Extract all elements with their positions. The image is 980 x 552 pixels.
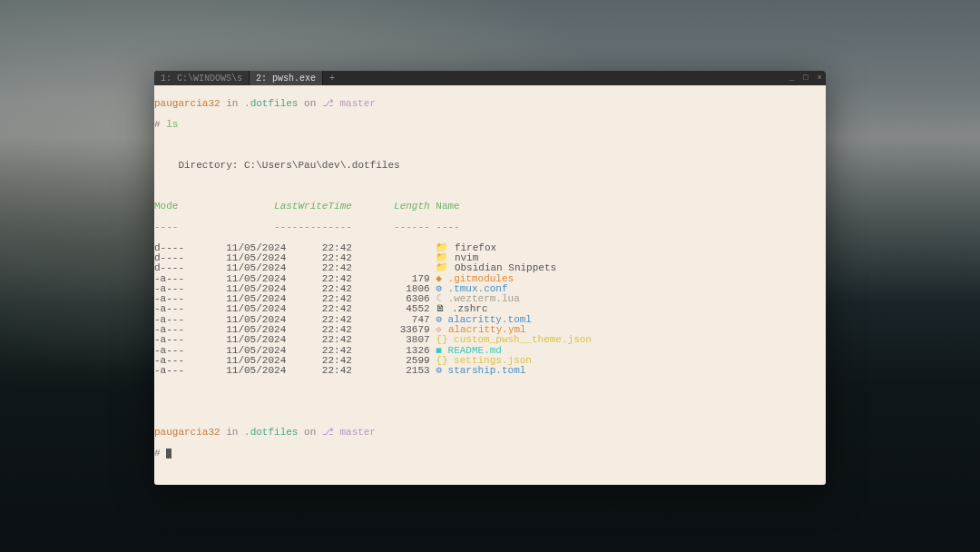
file-name: .wezterm.lua	[448, 293, 520, 304]
file-icon: {}	[436, 334, 447, 345]
prompt-hash: #	[154, 119, 166, 130]
terminal-body[interactable]: paugarcia32 in .dotfiles on ⎇ master # l…	[154, 85, 826, 485]
tab-add-button[interactable]: +	[323, 74, 341, 84]
titlebar: 1: C:\WINDOWS\s 2: pwsh.exe + _ □ ×	[154, 71, 826, 85]
file-name: .tmux.conf	[448, 283, 508, 294]
file-icon: ⚙	[436, 283, 442, 294]
prompt-user: paugarcia32	[154, 98, 220, 109]
file-icon: ⚙	[436, 314, 442, 325]
terminal-window: 1: C:\WINDOWS\s 2: pwsh.exe + _ □ × paug…	[154, 71, 826, 485]
file-name: firefox	[455, 242, 496, 253]
file-name: starship.toml	[448, 365, 526, 376]
prompt-hash-2: #	[154, 448, 166, 458]
file-name: .gitmodules	[448, 273, 514, 284]
file-name: settings.json	[454, 355, 532, 366]
file-icon: 🗎	[436, 303, 446, 314]
tab-2[interactable]: 2: pwsh.exe	[250, 71, 323, 85]
file-name: alacritty.yml	[448, 324, 526, 335]
close-button[interactable]: ×	[818, 74, 822, 83]
file-icon: ⟐	[436, 324, 442, 335]
prompt-dir-2: .dotfiles	[244, 427, 298, 438]
file-listing: d---- 11/05/2024 22:42 📁 firefoxd---- 11…	[154, 243, 826, 377]
file-icon: ⚙	[436, 365, 442, 376]
cursor	[166, 448, 172, 458]
file-name: alacritty.toml	[448, 314, 532, 325]
file-name: .zshrc	[452, 303, 488, 314]
file-name: Obsidian Snippets	[455, 262, 556, 273]
command-text: ls	[166, 119, 178, 130]
file-icon: {}	[436, 355, 447, 366]
tab-1[interactable]: 1: C:\WINDOWS\s	[154, 71, 250, 85]
file-name: custom_pwsh__theme.json	[454, 334, 592, 345]
file-icon: ◼	[436, 345, 442, 356]
file-icon: 📁	[436, 262, 448, 273]
directory-line: Directory: C:\Users\Pau\dev\.dotfiles	[154, 161, 826, 171]
file-icon: ◆	[436, 273, 442, 284]
maximize-button[interactable]: □	[803, 74, 808, 83]
prompt-user-2: paugarcia32	[154, 427, 220, 438]
branch-icon: ⎇	[322, 98, 340, 109]
branch-icon: ⎇	[322, 427, 340, 438]
table-header-underline: ---- ------------- ------ ----	[154, 222, 826, 232]
file-icon: ☾	[436, 293, 442, 304]
file-icon: 📁	[436, 242, 448, 253]
prompt-in: in	[220, 98, 244, 109]
file-name: README.md	[448, 345, 502, 356]
table-header: Mode LastWriteTime Length Name	[154, 202, 826, 212]
minimize-button[interactable]: _	[789, 74, 794, 83]
prompt-dir: .dotfiles	[244, 98, 298, 109]
prompt-branch: master	[339, 98, 376, 109]
prompt-on: on	[298, 98, 321, 109]
table-row: -a--- 11/05/2024 22:42 2153 ⚙ starship.t…	[154, 366, 826, 376]
